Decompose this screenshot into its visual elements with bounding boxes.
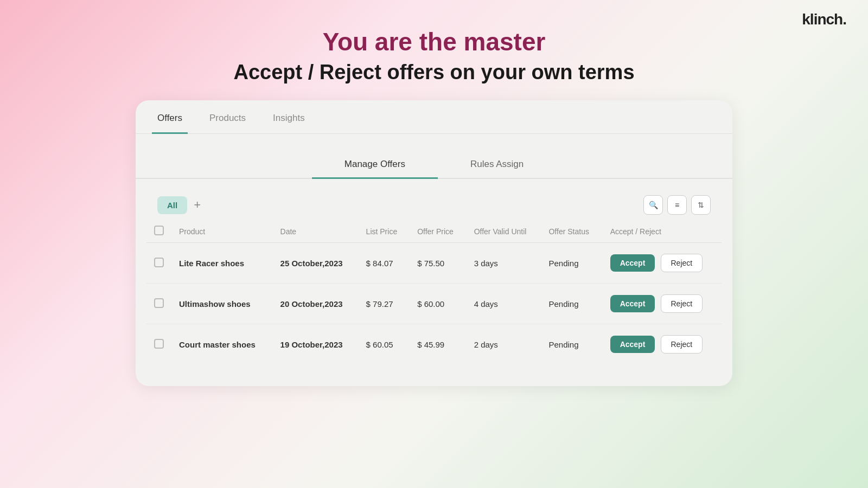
search-icon: 🔍 [649, 201, 658, 209]
row-product-1: Ultimashow shoes [171, 284, 273, 324]
table-header-row: Product Date List Price Offer Price Offe… [146, 220, 722, 243]
col-header-checkbox [146, 220, 171, 243]
sort-icon-button[interactable]: ⇅ [691, 195, 711, 215]
app-logo: klinch. [802, 11, 846, 28]
sub-tab-manage-offers[interactable]: Manage Offers [312, 151, 438, 179]
col-header-actions: Accept / Reject [603, 220, 722, 243]
row-checkbox-cell-0 [146, 243, 171, 284]
row-offer-price-2: $ 45.99 [410, 324, 467, 365]
filter-icon: ≡ [675, 201, 679, 209]
toolbar-right: 🔍 ≡ ⇅ [643, 195, 711, 215]
row-checkbox-cell-1 [146, 284, 171, 324]
row-status-2: Pending [541, 324, 602, 365]
reject-button-2[interactable]: Reject [661, 335, 703, 354]
logo-text: klinch. [802, 11, 846, 28]
all-filter-button[interactable]: All [157, 196, 187, 214]
offers-table-body: Lite Racer shoes 25 October,2023 $ 84.07… [146, 243, 722, 365]
row-offer-price-0: $ 75.50 [410, 243, 467, 284]
toolbar: All + 🔍 ≡ ⇅ [136, 184, 732, 220]
row-checkbox-cell-2 [146, 324, 171, 365]
table-row: Ultimashow shoes 20 October,2023 $ 79.27… [146, 284, 722, 324]
tabs-nav: Offers Products Insights [136, 100, 732, 134]
row-checkbox-2[interactable] [154, 339, 164, 349]
main-card: Offers Products Insights Manage Offers R… [136, 100, 732, 386]
row-actions-0: Accept Reject [603, 243, 722, 284]
page-header: You are the master Accept / Reject offer… [0, 0, 868, 84]
accept-button-1[interactable]: Accept [610, 295, 655, 312]
reject-button-1[interactable]: Reject [661, 294, 703, 313]
row-actions-2: Accept Reject [603, 324, 722, 365]
filter-icon-button[interactable]: ≡ [667, 195, 687, 215]
offers-table-wrapper: Product Date List Price Offer Price Offe… [136, 220, 732, 364]
row-list-price-0: $ 84.07 [359, 243, 410, 284]
row-status-1: Pending [541, 284, 602, 324]
col-header-product: Product [171, 220, 273, 243]
accept-button-2[interactable]: Accept [610, 336, 655, 353]
col-header-offer-price: Offer Price [410, 220, 467, 243]
table-row: Lite Racer shoes 25 October,2023 $ 84.07… [146, 243, 722, 284]
row-product-2: Court master shoes [171, 324, 273, 365]
row-date-1: 20 October,2023 [273, 284, 359, 324]
row-checkbox-1[interactable] [154, 298, 164, 308]
row-actions-1: Accept Reject [603, 284, 722, 324]
sort-icon: ⇅ [698, 201, 704, 209]
add-filter-button[interactable]: + [194, 199, 201, 211]
table-row: Court master shoes 19 October,2023 $ 60.… [146, 324, 722, 365]
accept-button-0[interactable]: Accept [610, 254, 655, 272]
row-valid-until-0: 3 days [467, 243, 541, 284]
toolbar-left: All + [157, 196, 201, 214]
sub-tabs: Manage Offers Rules Assign [136, 150, 732, 179]
col-header-status: Offer Status [541, 220, 602, 243]
row-date-0: 25 October,2023 [273, 243, 359, 284]
row-checkbox-0[interactable] [154, 258, 164, 267]
col-header-valid-until: Offer Valid Until [467, 220, 541, 243]
select-all-checkbox[interactable] [154, 226, 164, 235]
row-list-price-2: $ 60.05 [359, 324, 410, 365]
row-valid-until-1: 4 days [467, 284, 541, 324]
offers-table: Product Date List Price Offer Price Offe… [146, 220, 722, 364]
row-product-0: Lite Racer shoes [171, 243, 273, 284]
row-status-0: Pending [541, 243, 602, 284]
header-title: You are the master [0, 27, 868, 56]
row-offer-price-1: $ 60.00 [410, 284, 467, 324]
row-list-price-1: $ 79.27 [359, 284, 410, 324]
tab-products[interactable]: Products [204, 101, 251, 134]
tab-insights[interactable]: Insights [267, 101, 310, 134]
col-header-list-price: List Price [359, 220, 410, 243]
search-icon-button[interactable]: 🔍 [643, 195, 663, 215]
row-date-2: 19 October,2023 [273, 324, 359, 365]
row-valid-until-2: 2 days [467, 324, 541, 365]
tab-offers[interactable]: Offers [152, 101, 188, 134]
header-subtitle: Accept / Reject offers on your own terms [0, 61, 868, 84]
reject-button-0[interactable]: Reject [661, 254, 703, 272]
sub-tab-rules-assign[interactable]: Rules Assign [438, 151, 556, 179]
col-header-date: Date [273, 220, 359, 243]
